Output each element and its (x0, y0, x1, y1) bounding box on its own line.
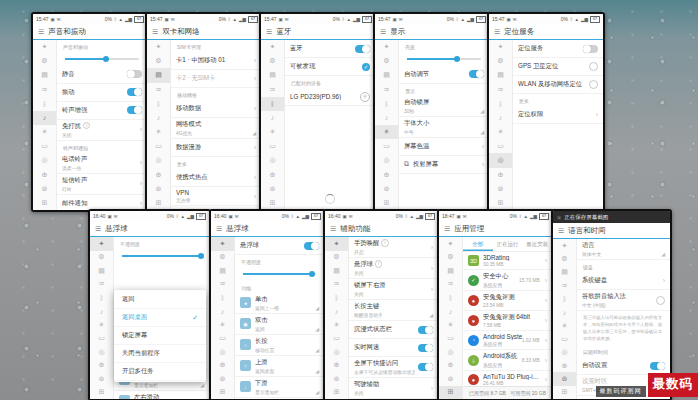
battery-icon[interactable]: ▭ (489, 139, 512, 153)
list-item[interactable]: ●单击返回上一级◢ (235, 293, 324, 314)
list-item[interactable]: 蓝牙 (285, 40, 375, 58)
list-item[interactable]: 定位服务 (513, 40, 603, 58)
list-item[interactable]: ⧉投射屏幕› (399, 156, 489, 174)
app-list-item[interactable]: ●安兔兔评测 64bit7.58 MB› (463, 311, 552, 331)
list-item[interactable]: 手势唤醒i开启› (349, 237, 438, 258)
menu-item-返回桌面[interactable]: 返回桌面✓ (114, 309, 206, 327)
wlan-icon[interactable]: ♒ (261, 83, 284, 97)
location-icon[interactable]: ◎ (375, 153, 398, 167)
language-icon[interactable]: ⊛ (211, 372, 234, 386)
security-icon[interactable]: ⊕ (211, 359, 234, 373)
slider-thumb[interactable] (103, 56, 109, 62)
settings-gear-icon[interactable]: ⚙ (211, 251, 234, 265)
slider-thumb[interactable] (309, 271, 315, 277)
toggle-switch[interactable] (583, 45, 598, 53)
bluetooth-icon[interactable]: ᛒ (553, 292, 576, 305)
slider[interactable] (235, 267, 324, 281)
app-list-item[interactable]: ⍙Android系统系统应用8.33 MB› (463, 350, 552, 371)
personalization-icon[interactable]: ✦ (90, 237, 113, 251)
language-icon[interactable]: ⊛ (33, 182, 56, 196)
menu-item-返回[interactable]: 返回 (114, 291, 206, 309)
battery-icon[interactable]: ▭ (325, 332, 348, 346)
location-icon[interactable]: ◎ (211, 345, 234, 359)
wlan-icon[interactable]: ♒ (375, 83, 398, 97)
wlan-icon[interactable]: ♒ (553, 279, 576, 292)
sim-card-icon[interactable]: ▤ (489, 68, 512, 82)
wlan-icon[interactable]: ♒ (489, 83, 512, 97)
sim-card-icon[interactable]: ▤ (211, 264, 234, 278)
radio-unchecked-icon[interactable] (589, 80, 598, 89)
list-item[interactable]: 电话铃声温柔一些› (57, 153, 147, 174)
location-icon[interactable]: ◎ (553, 346, 576, 359)
bluetooth-icon[interactable]: ᛒ (211, 291, 234, 305)
display-icon[interactable]: ☀ (90, 318, 113, 332)
personalization-icon[interactable]: ✦ (211, 237, 234, 251)
list-item[interactable]: 移动数据› (171, 100, 261, 118)
sim-card-icon[interactable]: ▤ (90, 264, 113, 278)
location-icon[interactable]: ◎ (261, 153, 284, 167)
list-item[interactable]: ↓下滑显示通知栏◢ (235, 377, 324, 398)
battery-icon[interactable]: ▭ (147, 139, 170, 153)
apps-icon[interactable]: ⊞ (325, 386, 348, 400)
sim-card-icon[interactable]: ▤ (553, 266, 576, 279)
toggle-switch[interactable] (127, 88, 142, 96)
list-item[interactable]: 铃声增强 (57, 102, 147, 120)
wlan-icon[interactable]: ♒ (439, 278, 462, 292)
checkbox-checked-icon[interactable]: ✓ (362, 63, 370, 71)
menu-icon[interactable]: ☰ (380, 28, 386, 36)
display-icon[interactable]: ☀ (147, 125, 170, 139)
apps-icon[interactable]: ⊞ (147, 196, 170, 210)
sound-icon[interactable]: ♪ (553, 306, 576, 319)
apps-icon[interactable]: ⊞ (211, 386, 234, 400)
menu-icon[interactable]: ☰ (152, 28, 158, 36)
settings-gear-icon[interactable]: ⚙ (439, 251, 462, 265)
list-item[interactable]: 全屏下快捷访问全屏下可从边缘滑动唤出状态栏 (349, 357, 438, 378)
list-item[interactable]: 悬浮球i关闭› (349, 258, 438, 279)
sound-icon[interactable]: ♪ (325, 305, 348, 319)
wlan-icon[interactable]: ♒ (90, 278, 113, 292)
list-item[interactable]: 悬浮球 (235, 237, 324, 255)
security-icon[interactable]: ⊕ (261, 168, 284, 182)
sim-card-icon[interactable]: ▤ (33, 68, 56, 82)
location-icon[interactable]: ◎ (439, 345, 462, 359)
list-item[interactable]: 长按主键唤醒语音助手◢ (349, 300, 438, 321)
bluetooth-icon[interactable]: ᛒ (375, 97, 398, 111)
list-item[interactable]: ↑上滑返回桌面◢ (235, 356, 324, 377)
bluetooth-icon[interactable]: ᛒ (90, 291, 113, 305)
battery-icon[interactable]: ▭ (211, 332, 234, 346)
sound-icon[interactable]: ♪ (90, 305, 113, 319)
settings-gear-icon[interactable]: ⚙ (325, 251, 348, 265)
security-icon[interactable]: ⊕ (489, 168, 512, 182)
battery-icon[interactable]: ▭ (439, 332, 462, 346)
list-item[interactable]: 邮件通知› (57, 195, 147, 211)
radio-unchecked-icon[interactable] (589, 62, 598, 71)
personalization-icon[interactable]: ✦ (489, 40, 512, 54)
slider-thumb[interactable] (198, 253, 204, 259)
list-item[interactable]: 静音 (57, 66, 147, 84)
menu-item-开启多任务[interactable]: 开启多任务 (114, 363, 206, 381)
battery-icon[interactable]: ▭ (90, 332, 113, 346)
list-item[interactable]: 便携式热点› (171, 169, 261, 187)
menu-icon[interactable]: ☰ (38, 28, 44, 36)
app-list-item[interactable]: 3D3DRating30.35 MB› (463, 252, 552, 270)
toggle-switch[interactable] (418, 326, 433, 334)
menu-icon[interactable]: ☰ (95, 225, 101, 233)
slider-thumb[interactable] (454, 56, 460, 62)
bluetooth-icon[interactable]: ᛒ (489, 97, 512, 111)
toggle-switch[interactable] (418, 363, 433, 371)
apps-icon[interactable]: ⊞ (553, 386, 576, 399)
list-item[interactable]: GPS 卫星定位 (513, 58, 603, 76)
apps-icon[interactable]: ⊞ (261, 196, 284, 210)
location-icon[interactable]: ◎ (325, 345, 348, 359)
menu-icon[interactable]: ☰ (266, 28, 272, 36)
list-item[interactable]: 实时网速 (349, 339, 438, 357)
language-icon[interactable]: ⊛ (261, 182, 284, 196)
toggle-switch[interactable] (127, 106, 142, 114)
security-icon[interactable]: ⊕ (325, 359, 348, 373)
settings-gear-icon[interactable]: ⚙ (90, 251, 113, 265)
sound-icon[interactable]: ♪ (489, 111, 512, 125)
display-icon[interactable]: ☀ (439, 318, 462, 332)
list-item[interactable]: VPN无连接› (171, 187, 261, 206)
list-item[interactable]: 屏幕色温› (399, 138, 489, 156)
menu-icon[interactable]: ☰ (444, 225, 450, 233)
